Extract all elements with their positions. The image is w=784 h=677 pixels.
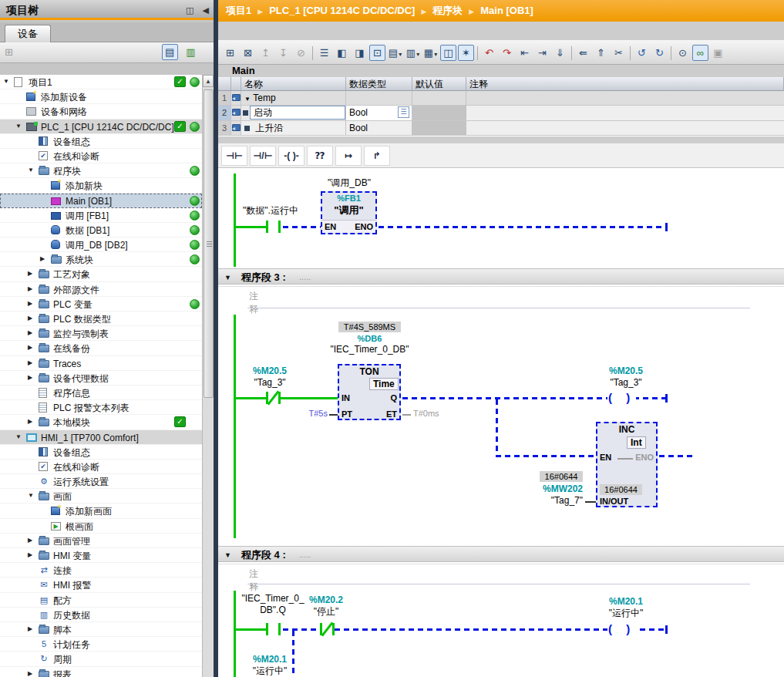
tree-item-historical-data[interactable]: ▥历史数据 [0, 608, 202, 622]
tree-item-cycles[interactable]: ↻周期 [0, 652, 202, 666]
tree-item-tech-objects[interactable]: ▶工艺对象 [0, 267, 202, 281]
coil[interactable]: ( ) [607, 622, 636, 636]
tree-item-add-new-device[interactable]: 添加新设备 [0, 89, 202, 104]
tree-item-hmi-device-config[interactable]: 设备组态 [0, 445, 202, 460]
inout-operand-address[interactable]: %MW202 [526, 483, 583, 494]
show-network-titles-icon[interactable]: ◨ [352, 45, 368, 61]
contact-operand[interactable]: "数据".运行中 [230, 205, 311, 216]
insert-move-dropdown-icon[interactable]: ▥ [405, 45, 421, 61]
network-comment[interactable]: 注释 [249, 568, 258, 594]
expander-icon[interactable]: ▼ [15, 433, 22, 440]
expander-icon[interactable]: ▶ [28, 344, 32, 351]
monitoring-toggle-icon[interactable]: ∞ [692, 45, 708, 61]
no-contact[interactable] [266, 221, 268, 233]
jump-to-definition-icon[interactable]: ⇚ [575, 45, 591, 61]
contact-operand-address[interactable]: %M20.5 [234, 365, 305, 376]
expander-icon[interactable]: ▶ [28, 374, 32, 381]
insert-network-icon[interactable]: ⊞ [222, 45, 238, 61]
branch-operand-name[interactable]: "运行中" [234, 665, 305, 676]
tree-item-hmi-tags[interactable]: ▶HMI 变量 [0, 548, 202, 563]
sync-online-offline-icon[interactable]: ⇥ [534, 45, 550, 61]
contact-operand-address[interactable]: %M20.2 [292, 594, 360, 605]
absolute-symbolic-operands-icon[interactable]: ☰ [316, 45, 332, 61]
tree-item-runtime-settings[interactable]: ⚙运行系统设置 [0, 474, 202, 489]
goto-next-error-icon[interactable]: ↷ [499, 45, 515, 61]
scrollbar-thumb[interactable] [204, 89, 214, 398]
name-edit-field[interactable]: 启动 [250, 106, 345, 120]
no-contact[interactable] [278, 623, 281, 635]
tree-item-call-fb1[interactable]: 调用 [FB1] [0, 208, 202, 223]
tree-item-device-config[interactable]: 设备组态 [0, 134, 202, 149]
network-4-header[interactable]: ▼ 程序段 4 : ..... [218, 546, 784, 562]
table-row[interactable]: 2 启动 Bool ☰ [218, 106, 784, 121]
contact-operand-name[interactable]: "Tag_3" [234, 377, 305, 388]
tree-item-connections[interactable]: ⇄连接 [0, 563, 202, 578]
contact-operand-name[interactable]: "停止" [292, 606, 360, 617]
expander-icon[interactable]: ▶ [28, 670, 32, 677]
dock-icon[interactable]: ◫ [186, 5, 193, 15]
coil-operand-name[interactable]: "运行中" [592, 608, 660, 618]
collapse-network-icon[interactable]: ▼ [224, 274, 231, 281]
tree-item-online-backups[interactable]: ▶在线备份 [0, 341, 202, 355]
cut-network-icon[interactable]: ✂ [611, 45, 627, 61]
table-row[interactable]: 1 ▼ Temp [218, 91, 784, 106]
insert-row-icon[interactable]: ↥ [257, 45, 274, 61]
timer-db-address[interactable]: %DB6 [338, 333, 401, 344]
favorite-no-contact-icon[interactable]: ⊣⊢ [221, 146, 247, 166]
inout-operand-name[interactable]: "Tag_7" [533, 495, 583, 506]
scroll-up-icon[interactable]: ▲ [203, 75, 214, 87]
download-changes-icon[interactable]: ⇓ [552, 45, 568, 61]
inc-block[interactable]: INC Int EN ENO 16#0644 IN/OUT [596, 422, 658, 507]
tree-item-plc-1[interactable]: ▼PLC_1 [CPU 1214C DC/DC/DC]✓ [0, 120, 202, 134]
tree-item-hmi-1[interactable]: ▼HMI_1 [TP700 Comfort] [0, 430, 202, 445]
redo-icon[interactable]: ↻ [651, 45, 668, 61]
expander-icon[interactable]: ▶ [28, 329, 32, 336]
insert-block-dropdown-icon[interactable]: ▤ [387, 45, 403, 61]
tree-item-scripts[interactable]: ▶脚本 [0, 622, 202, 637]
tree-item-hmi-online-diag[interactable]: ✔在线和诊断 [0, 460, 202, 474]
expander-icon[interactable]: ▶ [28, 270, 32, 277]
tree-item-add-new-screen[interactable]: 添加新画面 [0, 504, 202, 518]
timer-db-name[interactable]: "IEC_Timer_0_DB" [319, 344, 420, 355]
insert-compare-dropdown-icon[interactable]: ▦ [422, 45, 439, 61]
tree-item-project[interactable]: ▼项目1✓ [0, 75, 202, 89]
ton-timer-block[interactable]: TON Time IN Q PT ET [338, 364, 401, 420]
tree-item-program-blocks[interactable]: ▼程序块 [0, 163, 202, 178]
no-contact[interactable] [266, 623, 268, 635]
tree-item-online-diagnostics[interactable]: ✔在线和诊断 [0, 149, 202, 163]
tree-item-watch-force-tables[interactable]: ▶监控与强制表 [0, 326, 202, 341]
expander-icon[interactable]: ▶ [28, 300, 32, 307]
favorite-close-branch-icon[interactable]: ↱ [364, 146, 390, 166]
col-header-datatype[interactable]: 数据类型 [346, 77, 412, 91]
collapse-panel-icon[interactable]: ◀ [203, 5, 209, 15]
snapshot-values-icon[interactable]: ▣ [710, 45, 726, 61]
expander-icon[interactable]: ▼ [15, 123, 22, 130]
close-all-networks-icon[interactable]: ◫ [440, 45, 456, 61]
instance-db-label[interactable]: "调用_DB" [314, 177, 385, 188]
fb-call-block[interactable]: %FB1 "调用" EN ENO [321, 191, 377, 234]
tree-item-traces[interactable]: ▶Traces [0, 356, 202, 371]
branch-operand-address[interactable]: %M20.1 [234, 654, 305, 665]
favorite-nc-contact-icon[interactable]: ⊣/⊢ [250, 146, 276, 166]
coil-operand-address[interactable]: %M20.5 [592, 365, 660, 376]
add-folder-button[interactable]: ⊞ [1, 44, 17, 60]
show-block-interface-icon[interactable]: ◧ [334, 45, 350, 61]
col-header-name[interactable]: 名称 [241, 77, 346, 91]
expander-icon[interactable]: ▶ [28, 359, 32, 366]
col-header-comment[interactable]: 注释 [466, 77, 784, 91]
delete-network-icon[interactable]: ⊠ [240, 45, 256, 61]
network-3-header[interactable]: ▼ 程序段 3 : ..... [218, 268, 784, 285]
details-view-toggle[interactable]: ▤ [162, 44, 178, 60]
favorite-open-branch-icon[interactable]: ↦ [335, 146, 362, 166]
update-block-calls-icon[interactable]: ⇤ [516, 45, 533, 61]
tree-item-main-ob1[interactable]: Main [OB1] [0, 194, 202, 208]
coil-operand-address[interactable]: %M20.1 [592, 596, 660, 607]
expander-icon[interactable]: ▼ [28, 167, 34, 173]
tab-devices[interactable]: 设备 [5, 25, 51, 42]
tree-item-system-blocks[interactable]: ▶系统块 [0, 252, 202, 267]
tree-item-root-screen[interactable]: ▶根画面 [0, 519, 202, 534]
append-row-icon[interactable]: ↧ [275, 45, 291, 61]
expand-selection-icon[interactable]: ⇑ [593, 45, 609, 61]
find-replace-icon[interactable]: ⊙ [675, 45, 691, 61]
breadcrumb-item[interactable]: Main [OB1] [480, 5, 533, 16]
